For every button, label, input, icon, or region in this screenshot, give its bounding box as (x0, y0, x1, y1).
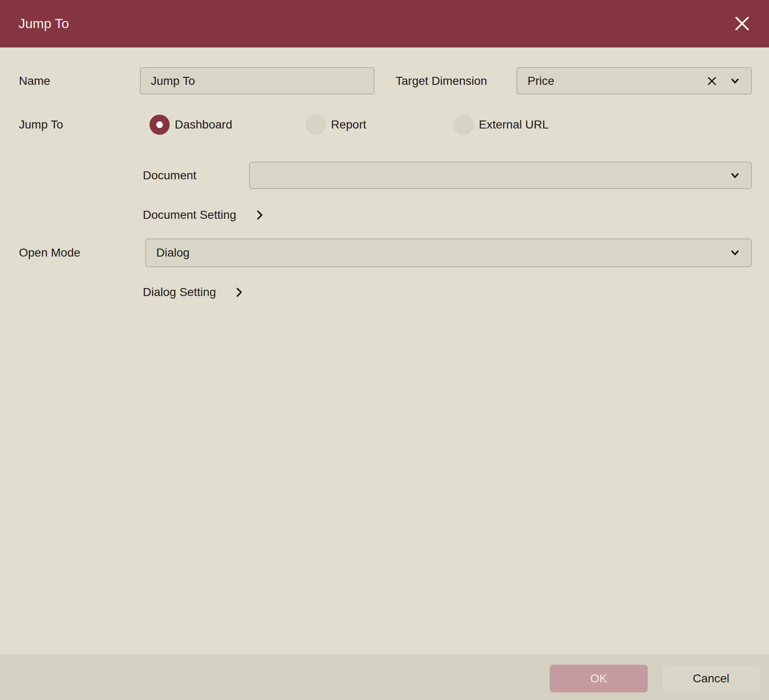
dialog-title: Jump To (18, 0, 69, 47)
chevron-right-icon[interactable] (254, 210, 265, 220)
dialog-setting-label: Dialog Setting (143, 286, 216, 299)
chevron-down-icon[interactable] (729, 170, 741, 181)
jump-to-dialog: Jump To Name Target Dimension Price (0, 0, 769, 700)
dialog-setting-expander[interactable]: Dialog Setting (143, 284, 244, 301)
radio-unselected-icon[interactable] (306, 115, 326, 135)
close-icon (733, 14, 751, 33)
radio-dashboard[interactable]: Dashboard (150, 115, 232, 135)
document-label: Document (143, 162, 197, 189)
radio-selected-icon[interactable] (150, 115, 170, 135)
jump-to-label: Jump To (19, 115, 63, 135)
name-label: Name (19, 67, 50, 94)
close-button[interactable] (730, 12, 754, 35)
chevron-right-icon[interactable] (234, 287, 244, 298)
target-dimension-value: Price (517, 74, 706, 88)
document-setting-expander[interactable]: Document Setting (143, 207, 265, 223)
radio-report-label: Report (331, 115, 366, 135)
radio-report[interactable]: Report (306, 115, 366, 135)
radio-dashboard-label: Dashboard (175, 115, 232, 135)
ok-button[interactable]: OK (550, 665, 648, 692)
document-select[interactable] (249, 162, 752, 189)
open-mode-value: Dialog (146, 246, 729, 260)
radio-external-url[interactable]: External URL (454, 115, 549, 135)
name-input[interactable] (140, 67, 375, 94)
target-dimension-select[interactable]: Price (517, 67, 752, 94)
clear-icon[interactable] (706, 76, 717, 87)
dialog-header: Jump To (0, 0, 769, 47)
open-mode-select[interactable]: Dialog (145, 239, 752, 267)
target-dimension-label: Target Dimension (396, 67, 487, 94)
document-setting-label: Document Setting (143, 208, 236, 222)
radio-unselected-icon[interactable] (454, 115, 474, 135)
radio-external-url-label: External URL (479, 115, 549, 135)
chevron-down-icon[interactable] (729, 75, 741, 87)
dialog-footer: OK Cancel (0, 654, 769, 700)
open-mode-label: Open Mode (19, 239, 80, 267)
chevron-down-icon[interactable] (729, 247, 741, 259)
cancel-button[interactable]: Cancel (662, 665, 760, 692)
